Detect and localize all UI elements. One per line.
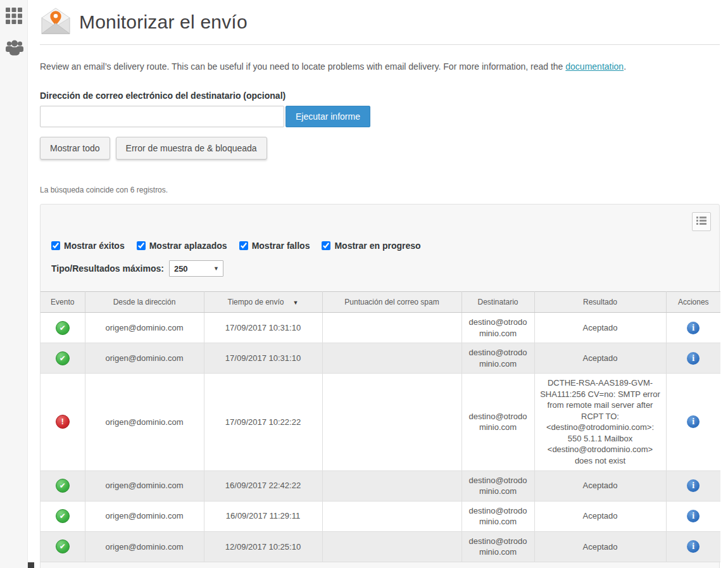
event-cell: ✔: [41, 501, 85, 531]
recipient-cell: destino@otrodominio.com: [461, 501, 534, 531]
page-title: Monitorizar el envío: [79, 11, 248, 33]
max-results-row: Tipo/Resultados máximos: 250 ▼: [41, 260, 719, 277]
spam-score-cell: [322, 470, 461, 501]
max-results-select[interactable]: 250: [169, 260, 223, 277]
success-check-icon: ✔: [56, 321, 70, 335]
from-cell: origen@dominio.com: [85, 374, 204, 470]
event-cell: ✔: [41, 313, 85, 343]
table-row: ✔ origen@dominio.com 12/09/2017 10:25:10…: [41, 531, 720, 562]
filter-show-failures-checkbox[interactable]: [239, 241, 248, 250]
table-row: ✔ origen@dominio.com 17/09/2017 10:31:10…: [41, 343, 720, 374]
filter-show-deferred[interactable]: Mostrar aplazados: [137, 241, 227, 251]
result-cell: Aceptado: [534, 531, 666, 562]
icon-sidebar: [0, 0, 28, 568]
filter-label: Mostrar fallos: [252, 241, 310, 251]
spam-score-cell: [322, 313, 461, 343]
column-header-from[interactable]: Desde la dirección: [85, 292, 204, 313]
column-header-label: Tiempo de envío: [228, 298, 284, 306]
info-icon[interactable]: i: [687, 352, 700, 365]
filter-label: Mostrar en progreso: [334, 241, 420, 251]
documentation-link[interactable]: documentation: [565, 61, 624, 72]
actions-cell: i: [666, 501, 720, 531]
delivery-events-table: Evento Desde la dirección Tiempo de enví…: [41, 291, 720, 562]
intro-text: Review an email’s delivery route. This c…: [40, 61, 720, 72]
info-icon[interactable]: i: [687, 540, 700, 553]
filter-show-in-progress[interactable]: Mostrar en progreso: [322, 241, 420, 251]
email-form-row: Ejecutar informe: [40, 106, 720, 127]
info-icon[interactable]: i: [687, 415, 700, 428]
event-cell: ✔: [41, 343, 85, 374]
actions-cell: i: [666, 531, 720, 562]
list-icon: [696, 216, 706, 227]
actions-cell: i: [666, 343, 720, 374]
sent-time-cell: 16/09/2017 22:42:22: [204, 470, 322, 501]
sent-time-cell: 17/09/2017 10:31:10: [204, 343, 322, 374]
column-header-spam-score[interactable]: Puntuación del correo spam: [322, 292, 461, 313]
quick-filter-buttons: Mostrar todo Error de muestra de & bloqu…: [40, 137, 720, 160]
spam-score-cell: [322, 374, 461, 470]
recipient-email-input[interactable]: [40, 106, 284, 127]
table-row: ✔ origen@dominio.com 16/09/2017 22:42:22…: [41, 470, 720, 501]
table-header-row: Evento Desde la dirección Tiempo de enví…: [41, 292, 720, 313]
success-check-icon: ✔: [56, 479, 70, 493]
retention-note: Se retienen los datos para 10 días.: [41, 562, 719, 568]
recipient-cell: destino@otrodominio.com: [461, 531, 534, 562]
from-cell: origen@dominio.com: [85, 313, 204, 343]
max-results-label: Tipo/Resultados máximos:: [51, 263, 164, 274]
grid-icon[interactable]: [5, 8, 23, 27]
info-icon[interactable]: i: [687, 322, 700, 334]
table-settings-button[interactable]: [692, 212, 711, 231]
error-exclamation-icon: !: [56, 415, 70, 429]
success-check-icon: ✔: [56, 540, 70, 553]
event-cell: !: [41, 374, 85, 470]
from-cell: origen@dominio.com: [85, 531, 204, 562]
recipient-cell: destino@otrodominio.com: [461, 374, 534, 470]
column-header-sent-time[interactable]: Tiempo de envío▼: [204, 292, 322, 313]
show-errors-blocked-button[interactable]: Error de muestra de & bloqueada: [116, 137, 267, 160]
success-check-icon: ✔: [56, 351, 70, 365]
users-icon[interactable]: [5, 39, 23, 58]
show-all-button[interactable]: Mostrar todo: [40, 137, 110, 160]
filter-label: Mostrar éxitos: [64, 241, 125, 251]
filter-show-failures[interactable]: Mostrar fallos: [239, 241, 310, 251]
panel-toolbar: [41, 212, 719, 231]
result-cell: DCTHE-RSA-AAS189-GVM-SHA111:256 CV=no: S…: [534, 374, 666, 470]
recipient-cell: destino@otrodominio.com: [461, 470, 534, 501]
filter-label: Mostrar aplazados: [149, 241, 227, 251]
event-cell: ✔: [41, 531, 85, 562]
spam-score-cell: [322, 343, 461, 374]
table-row: ✔ origen@dominio.com 16/09/2017 11:29:11…: [41, 501, 720, 531]
actions-cell: i: [666, 313, 720, 343]
recipient-cell: destino@otrodominio.com: [461, 343, 534, 374]
result-cell: Aceptado: [534, 501, 666, 531]
column-header-event[interactable]: Evento: [41, 292, 85, 313]
filter-show-deferred-checkbox[interactable]: [137, 241, 146, 250]
sent-time-cell: 17/09/2017 10:31:10: [204, 313, 322, 343]
column-header-actions[interactable]: Acciones: [666, 292, 720, 313]
event-cell: ✔: [41, 470, 85, 501]
column-header-result[interactable]: Resultado: [534, 292, 666, 313]
table-row: ! origen@dominio.com 17/09/2017 10:22:22…: [41, 374, 720, 470]
info-icon[interactable]: i: [687, 479, 700, 492]
sent-time-cell: 12/09/2017 10:25:10: [204, 531, 322, 562]
filter-show-in-progress-checkbox[interactable]: [322, 241, 330, 250]
bottom-left-tab: [28, 562, 34, 568]
page-header: Monitorizar el envío: [40, 4, 720, 45]
sort-desc-icon: ▼: [293, 300, 299, 306]
spam-score-cell: [322, 501, 461, 531]
recipient-cell: destino@otrodominio.com: [461, 313, 534, 343]
spam-score-cell: [322, 531, 461, 562]
show-filters-row: Mostrar éxitos Mostrar aplazados Mostrar…: [41, 241, 719, 251]
info-icon[interactable]: i: [687, 510, 700, 522]
result-cell: Aceptado: [534, 313, 666, 343]
filter-show-successes-checkbox[interactable]: [51, 241, 60, 250]
column-header-recipient[interactable]: Destinatario: [461, 292, 534, 313]
filter-show-successes[interactable]: Mostrar éxitos: [51, 241, 125, 251]
run-report-button[interactable]: Ejecutar informe: [286, 106, 370, 127]
table-row: ✔ origen@dominio.com 17/09/2017 10:31:10…: [41, 313, 720, 343]
intro-text-after: .: [624, 61, 626, 72]
sent-time-cell: 17/09/2017 10:22:22: [204, 374, 322, 470]
from-cell: origen@dominio.com: [85, 343, 204, 374]
intro-text-before: Review an email’s delivery route. This c…: [40, 61, 565, 72]
recipient-email-label: Dirección de correo electrónico del dest…: [40, 91, 720, 101]
